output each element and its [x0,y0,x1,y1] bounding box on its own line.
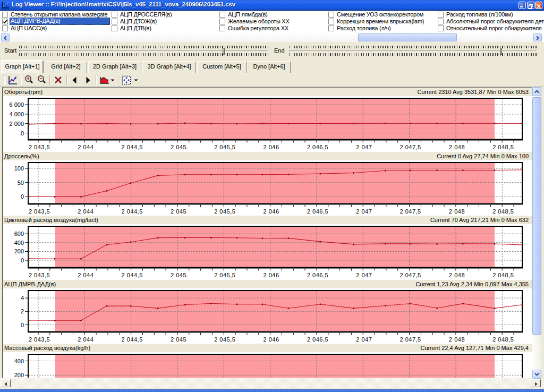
svg-text:400: 400 [14,358,24,364]
svg-text:2 046: 2 046 [264,208,279,215]
svg-text:2 048: 2 048 [449,272,465,278]
svg-text:2 047,5: 2 047,5 [400,272,421,278]
svg-text:2 046: 2 046 [264,336,279,343]
svg-text:0: 0 [21,193,24,200]
svg-text:4 000: 4 000 [9,111,24,117]
svg-text:0: 0 [21,322,24,328]
svg-text:2 047,5: 2 047,5 [400,336,421,343]
svg-text:4: 4 [21,295,24,301]
svg-text:2 047: 2 047 [356,336,372,343]
svg-text:2 046,5: 2 046,5 [307,144,328,150]
svg-text:2 044,5: 2 044,5 [122,272,143,278]
svg-text:400: 400 [14,240,24,246]
svg-text:2 045: 2 045 [171,272,186,278]
svg-text:2 045,5: 2 045,5 [214,272,235,278]
svg-text:2 045,5: 2 045,5 [214,144,235,150]
svg-text:0: 0 [21,130,24,137]
svg-text:2 044,5: 2 044,5 [122,336,143,343]
svg-text:2 046,5: 2 046,5 [307,272,328,278]
svg-text:2 048,5: 2 048,5 [492,272,514,278]
svg-text:2 045: 2 045 [171,208,186,215]
svg-text:2 045,5: 2 045,5 [214,208,235,215]
svg-text:2 046,5: 2 046,5 [307,208,328,215]
svg-text:2 047,5: 2 047,5 [400,144,421,150]
svg-text:2 000: 2 000 [9,121,24,127]
svg-text:0: 0 [21,257,24,263]
svg-text:2 044,5: 2 044,5 [122,208,143,215]
svg-text:2 045: 2 045 [171,144,186,150]
svg-text:2 046: 2 046 [264,144,279,150]
svg-text:2 047: 2 047 [356,208,372,215]
svg-text:2 043,5: 2 043,5 [29,208,50,215]
svg-text:2 044: 2 044 [78,272,94,278]
svg-text:600: 600 [14,231,24,237]
svg-text:2 048: 2 048 [449,336,465,343]
svg-text:2 044: 2 044 [78,144,94,150]
svg-text:2 048,5: 2 048,5 [492,208,514,215]
svg-text:2 043,5: 2 043,5 [29,144,50,150]
svg-text:2 047: 2 047 [356,272,372,278]
svg-text:2 047: 2 047 [356,144,372,150]
svg-text:50: 50 [18,180,24,186]
svg-text:2 043,5: 2 043,5 [29,336,50,343]
svg-text:2 046,5: 2 046,5 [307,336,328,343]
svg-text:100: 100 [14,165,24,172]
svg-text:2 048: 2 048 [449,208,465,215]
svg-text:200: 200 [14,372,24,378]
svg-text:2 048: 2 048 [449,144,465,150]
svg-text:200: 200 [14,248,24,254]
svg-text:2 045: 2 045 [171,336,186,343]
svg-text:2 044: 2 044 [78,336,94,343]
svg-text:2 046: 2 046 [264,272,279,278]
svg-text:2 048,5: 2 048,5 [492,144,514,150]
svg-text:2 043,5: 2 043,5 [29,272,50,278]
svg-text:6 000: 6 000 [9,101,24,108]
svg-text:2 044: 2 044 [78,208,94,215]
svg-text:2 045,5: 2 045,5 [214,336,235,343]
svg-text:2 044,5: 2 044,5 [122,144,143,150]
svg-text:2: 2 [21,308,24,314]
svg-text:2 047,5: 2 047,5 [400,208,421,215]
svg-text:2 048,5: 2 048,5 [492,336,514,343]
